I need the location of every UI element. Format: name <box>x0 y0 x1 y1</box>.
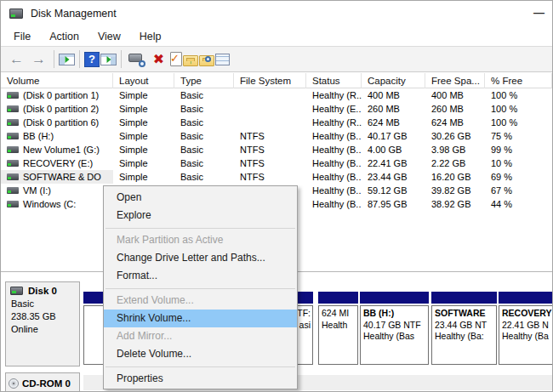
partition-header-strip <box>318 292 358 304</box>
volume-cell: Windows (C: <box>1 197 113 211</box>
volume-row[interactable]: (Disk 0 partition 2)SimpleBasicHealthy (… <box>1 102 552 116</box>
mark-active-icon[interactable]: ✓ <box>170 52 182 66</box>
volume-cell: Healthy (R... <box>306 88 362 102</box>
menu-item-change-drive-letter-and-paths[interactable]: Change Drive Letter and Paths... <box>104 249 297 267</box>
explore-icon[interactable] <box>199 55 214 66</box>
column-header-file-system[interactable]: File System <box>234 73 306 88</box>
context-menu: OpenExploreMark Partition as ActiveChang… <box>103 185 298 389</box>
cdrom-name: CD-ROM 0 <box>22 378 71 389</box>
volume-name: (Disk 0 partition 6) <box>23 116 99 129</box>
disk0-label-box[interactable]: Disk 0 Basic 238.35 GB Online <box>5 281 80 366</box>
volume-name: RECOVERY (E:) <box>23 156 93 170</box>
column-header-status[interactable]: Status <box>306 73 362 88</box>
volume-name: SOFTWARE & DO <box>23 170 101 184</box>
partition-block[interactable]: RECOVERY22.41 GB NHealthy (Ba <box>499 292 552 365</box>
volume-cell: Simple <box>113 88 174 102</box>
volume-cell: 40.17 GB <box>362 129 425 143</box>
partition-info: 624 MIHealth <box>318 305 358 365</box>
volume-cell: 23.44 GB <box>362 170 425 184</box>
column-header-volume[interactable]: Volume <box>1 73 113 88</box>
volume-cell <box>234 88 306 102</box>
menu-item-delete-volume[interactable]: Delete Volume... <box>104 345 297 363</box>
volume-cell: Healthy (B... <box>306 156 362 170</box>
volume-cell: 624 MB <box>425 116 485 129</box>
volume-cell: 75 % <box>485 129 552 143</box>
forward-icon[interactable]: → <box>28 48 49 70</box>
volume-cell: Healthy (B... <box>306 143 362 156</box>
minimize-button[interactable]: — <box>533 6 544 20</box>
partition-header-strip <box>431 292 497 304</box>
partition-block[interactable]: SOFTWARE23.44 GB NTHealthy (Ba: <box>431 292 497 365</box>
volume-cell: Healthy (B... <box>306 184 362 197</box>
menu-item-open[interactable]: Open <box>104 189 297 207</box>
volume-cell: Simple <box>113 156 174 170</box>
volume-row[interactable]: (Disk 0 partition 1)SimpleBasicHealthy (… <box>1 88 552 102</box>
volume-cell: 400 MB <box>362 88 425 102</box>
volume-cell: Healthy (B... <box>306 129 362 143</box>
menu-item-explore[interactable]: Explore <box>104 207 297 224</box>
menubar-item-help[interactable]: Help <box>130 28 171 45</box>
volume-name: Windows (C: <box>23 197 76 211</box>
volume-cell: NTFS <box>234 156 306 170</box>
menu-item-format[interactable]: Format... <box>104 267 297 285</box>
cdrom-icon <box>9 378 19 389</box>
partition-info: RECOVERY22.41 GB NHealthy (Ba <box>499 305 552 365</box>
menubar-item-action[interactable]: Action <box>40 28 88 45</box>
rescan-disks-icon[interactable] <box>126 48 147 70</box>
volume-cell <box>234 102 306 116</box>
partition-block[interactable]: 624 MIHealth <box>318 292 358 365</box>
cdrom-label-box[interactable]: CD-ROM 0 <box>5 372 80 392</box>
toolbar-separator <box>54 50 54 68</box>
partition-block[interactable]: BB (H:)40.17 GB NTFHealthy (Bas <box>360 292 429 365</box>
disk0-type: Basic <box>10 298 75 310</box>
volume-cell: 400 MB <box>425 88 485 102</box>
disk-management-window: Disk Management — FileActionViewHelp ←→?… <box>0 0 553 392</box>
back-icon[interactable]: ← <box>6 48 27 70</box>
column-header-capacity[interactable]: Capacity <box>362 73 425 88</box>
volume-cell: (Disk 0 partition 6) <box>1 116 113 129</box>
menubar-item-view[interactable]: View <box>88 28 130 45</box>
volume-list-header: VolumeLayoutTypeFile SystemStatusCapacit… <box>1 73 552 88</box>
volume-cell: (Disk 0 partition 2) <box>1 102 113 116</box>
open-icon[interactable]: ↑ <box>183 55 198 66</box>
menu-item-extend-volume: Extend Volume... <box>104 292 297 310</box>
disk-icon <box>10 287 23 295</box>
volume-row[interactable]: SOFTWARE & DOSimpleBasicNTFSHealthy (B..… <box>1 170 552 184</box>
volume-row[interactable]: RECOVERY (E:)SimpleBasicNTFSHealthy (B..… <box>1 156 552 170</box>
column-header-free-spa[interactable]: Free Spa... <box>425 73 485 88</box>
volume-cell: Basic <box>174 88 234 102</box>
volume-cell: 100 % <box>485 116 552 129</box>
volume-cell: 260 MB <box>425 102 485 116</box>
properties-icon[interactable] <box>215 54 230 65</box>
volume-cell: 67 % <box>485 184 552 197</box>
volume-row[interactable]: (Disk 0 partition 6)SimpleBasicHealthy (… <box>1 116 552 129</box>
volume-cell: Basic <box>174 102 234 116</box>
volume-cell: 99 % <box>485 143 552 156</box>
volume-row[interactable]: New Volume1 (G:)SimpleBasicNTFSHealthy (… <box>1 143 552 156</box>
volume-cell: Basic <box>174 116 234 129</box>
disk0-status: Online <box>10 323 75 336</box>
volume-cell: Basic <box>174 170 234 184</box>
volume-cell: Simple <box>113 129 174 143</box>
volume-name: VM (I:) <box>23 184 51 197</box>
volume-cell: (Disk 0 partition 1) <box>1 88 113 102</box>
column-header-free[interactable]: % Free <box>485 73 552 88</box>
toolbar: ←→?✖✓↑ <box>1 46 552 72</box>
delete-volume-icon[interactable]: ✖ <box>148 48 169 70</box>
menu-separator <box>104 285 297 292</box>
volume-cell: 44 % <box>485 197 552 211</box>
menu-item-properties[interactable]: Properties <box>104 370 297 388</box>
menu-item-shrink-volume[interactable]: Shrink Volume... <box>104 310 297 327</box>
window-title: Disk Management <box>31 8 117 20</box>
volume-cell: Healthy (B... <box>306 197 362 211</box>
volume-icon <box>7 119 19 126</box>
volume-cell: Simple <box>113 102 174 116</box>
console-tree-icon[interactable] <box>59 54 75 65</box>
volume-row[interactable]: BB (H:)SimpleBasicNTFSHealthy (B...40.17… <box>1 129 552 143</box>
column-header-type[interactable]: Type <box>174 73 234 88</box>
help-icon[interactable]: ? <box>84 52 100 67</box>
action-pane-icon[interactable] <box>100 54 117 65</box>
column-header-layout[interactable]: Layout <box>113 73 174 88</box>
volume-cell <box>234 116 306 129</box>
menubar-item-file[interactable]: File <box>4 28 40 45</box>
